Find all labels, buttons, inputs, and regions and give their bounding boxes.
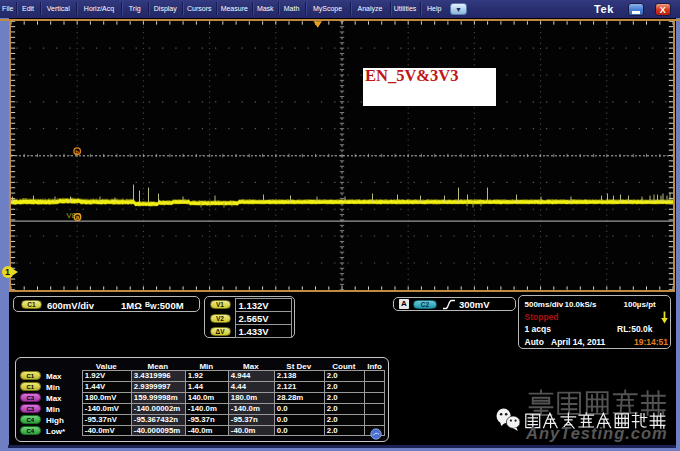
svg-text:b: b [75,149,79,155]
